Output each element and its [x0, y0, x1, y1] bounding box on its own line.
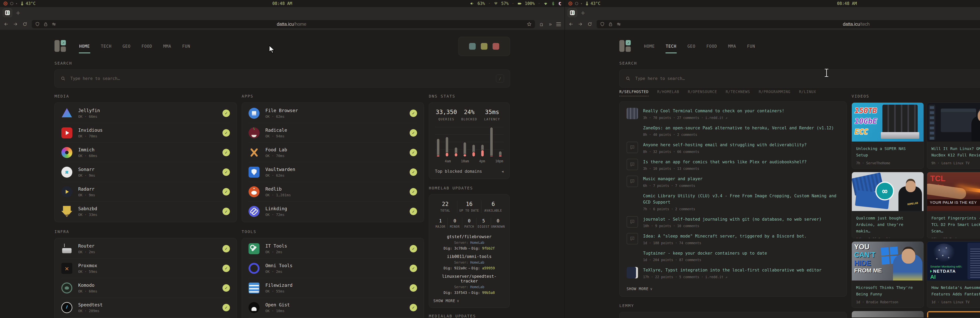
service-row-sonarr[interactable]: SonarrOK · 9ms — [61, 162, 230, 182]
feed-post[interactable]: Music manager and player6h · 7 points · … — [627, 173, 840, 190]
feed-post[interactable]: Really Cool Terminal Command to check on… — [627, 105, 840, 122]
service-row-sabnzbd[interactable]: SabnzbdOK · 33ms — [61, 201, 230, 221]
tab-fun[interactable]: FUN — [182, 42, 191, 51]
shield-icon[interactable] — [35, 22, 40, 27]
video-title[interactable]: How Netdata's Awesome AI Features Adds F… — [931, 284, 980, 297]
feed-post[interactable]: Anyone here self-hosting email and strug… — [627, 139, 840, 156]
post-title[interactable]: TeXlyre, Typst integration into the loca… — [643, 267, 840, 273]
browser-tab[interactable] — [3, 8, 12, 17]
service-row-foodlab[interactable]: Food LabOK · 70ms — [248, 143, 417, 162]
address-bar[interactable]: datta.icu/tech — [597, 20, 980, 28]
service-row-vaultwarden[interactable]: VaultwardenOK · 62ms — [248, 162, 417, 182]
post-title[interactable]: journalot - Self-hosted journaling with … — [643, 216, 840, 222]
browser-tab[interactable] — [568, 8, 577, 17]
video-card[interactable]: ∞ HOMELAB Qualcomm just bought Arduino, … — [852, 172, 924, 238]
tab-home[interactable]: HOME — [644, 42, 655, 51]
site-logo[interactable]: ↗ — [54, 40, 67, 53]
extensions-puzzle-icon[interactable] — [539, 22, 544, 27]
feed-post[interactable]: ZaneOps: an open-source PaaS alternative… — [627, 122, 840, 139]
forward-button[interactable] — [13, 22, 18, 27]
service-row-opengist[interactable]: Open GistOK · 10ms — [248, 298, 417, 317]
url-text[interactable]: datta.icu/home — [60, 22, 523, 27]
address-bar[interactable]: datta.icu/home — [32, 20, 535, 28]
tab-mma[interactable]: MMA — [163, 42, 172, 51]
shield-icon[interactable] — [600, 22, 605, 27]
video-title[interactable]: Qualcomm just bought Arduino, and they'r… — [856, 215, 919, 234]
video-card[interactable]: 150TB 10GbE ECC Unlocking a SUPER NAS Se… — [852, 102, 924, 169]
back-button[interactable] — [568, 22, 573, 27]
forward-button[interactable] — [578, 22, 583, 27]
video-card[interactable]: Will It Run Linux? GMKTec NucBox K12 Ful… — [927, 102, 980, 169]
reload-button[interactable] — [22, 22, 27, 27]
overflow-chevrons-icon[interactable]: » — [549, 21, 552, 27]
service-row-filewizard[interactable]: FilewizardOK · 55ms — [248, 278, 417, 298]
service-row-router[interactable]: RouterOK · 2ms — [61, 239, 230, 259]
post-title[interactable]: ZaneOps: an open-source PaaS alternative… — [643, 125, 840, 131]
lock-icon[interactable] — [608, 22, 613, 27]
top-blocked-domains-toggle[interactable]: Top blocked domains ◀ — [435, 169, 504, 174]
lock-icon[interactable] — [43, 22, 48, 27]
feed-post[interactable]: Tugtainer - keep your docker containers … — [627, 248, 840, 265]
service-row-filebrowser[interactable]: File BrowserOK · 62ms — [248, 104, 417, 123]
service-row-immich[interactable]: ImmichOK · 60ms — [61, 143, 230, 162]
tab-geo[interactable]: GEO — [122, 42, 131, 51]
video-title[interactable]: Microsoft Thinks They're Being Funny — [856, 284, 919, 297]
tab-tech[interactable]: TECH — [665, 42, 677, 51]
video-card[interactable]: YOU CAN'T HIDE FROM ME Microsoft Thinks … — [852, 241, 924, 308]
tab-food[interactable]: FOOD — [141, 42, 153, 51]
service-row-redlib[interactable]: RedlibOK · 1,281ms — [248, 182, 417, 201]
post-title[interactable]: Anyone here self-hosting email and strug… — [643, 142, 840, 148]
feed-show-more-button[interactable]: SHOW MORE∨ — [627, 281, 840, 292]
feed-post[interactable]: Is there an app for comics that works li… — [627, 156, 840, 173]
service-row-radarr[interactable]: RadarrOK · 9ms — [61, 182, 230, 201]
feed-tab-technews[interactable]: R/TECHNEWS — [726, 89, 750, 96]
video-title[interactable]: Unlocking a SUPER NAS Setup — [856, 145, 919, 158]
feed-tab-selfhosted[interactable]: R/SELFHOSTED — [619, 89, 649, 96]
url-text[interactable]: datta.icu/tech — [624, 22, 980, 27]
new-tab-button[interactable]: + — [581, 10, 585, 16]
tab-tech[interactable]: TECH — [100, 42, 112, 51]
tab-geo[interactable]: GEO — [687, 42, 696, 51]
service-row-komodo[interactable]: KomodoOK · 60ms — [61, 278, 230, 298]
homelab-show-more-button[interactable]: SHOW MORE∨ — [433, 299, 505, 303]
bookmark-star-icon[interactable] — [527, 22, 532, 27]
post-title[interactable]: Tugtainer - keep your docker containers … — [643, 250, 840, 257]
service-row-invidious[interactable]: InvidiousOK · 70ms — [61, 123, 230, 143]
video-card[interactable]: TCL D2 Pro YOUR PALM IS THE KEY Forget F… — [927, 172, 980, 238]
video-card-partial[interactable] — [852, 311, 924, 318]
feed-post[interactable]: journalot - Self-hosted journaling with … — [627, 214, 840, 231]
service-row-linkding[interactable]: LinkdingOK · 72ms — [248, 201, 417, 221]
site-logo[interactable]: ↗ — [619, 40, 632, 53]
reload-button[interactable] — [587, 22, 592, 27]
tab-fun[interactable]: FUN — [747, 42, 756, 51]
tab-mma[interactable]: MMA — [728, 42, 737, 51]
feed-post[interactable]: TeXlyre, Typst integration into the loca… — [627, 264, 840, 281]
feed-tab-homelab[interactable]: R/HOMELAB — [657, 89, 679, 96]
feed-tab-linux[interactable]: R/LINUX — [799, 89, 816, 96]
back-button[interactable] — [3, 22, 9, 27]
service-row-proxmox[interactable]: ProxmoxOK · 59ms — [61, 259, 230, 278]
feed-post[interactable]: Idea: A "sleep mode" Minecraft server, t… — [627, 230, 840, 248]
permissions-sliders-icon[interactable] — [616, 22, 621, 27]
feed-tab-programming[interactable]: R/PROGRAMMING — [759, 89, 791, 96]
new-tab-button[interactable]: + — [16, 10, 20, 16]
tab-food[interactable]: FOOD — [706, 42, 718, 51]
search-input[interactable] — [70, 76, 492, 81]
service-row-radicale[interactable]: RadicaleOK · 94ms — [248, 123, 417, 143]
post-title[interactable]: Idea: A "sleep mode" Minecraft server, t… — [643, 233, 840, 240]
tab-home[interactable]: HOME — [79, 42, 91, 51]
video-card-partial[interactable] — [927, 311, 980, 318]
service-row-omnitools[interactable]: Omni ToolsOK · 2ms — [248, 259, 417, 278]
video-title[interactable]: Will It Run Linux? GMKTec NucBox K12 Ful… — [931, 145, 980, 158]
feed-tab-opensource[interactable]: R/OPENSOURCE — [688, 89, 717, 96]
menu-button[interactable] — [556, 22, 561, 26]
video-title[interactable]: Forget Fingerprints - The TCL D2 Pro Sma… — [931, 215, 980, 234]
search-input[interactable] — [635, 76, 980, 81]
post-title[interactable]: Music manager and player — [643, 176, 840, 182]
service-row-speedtest[interactable]: SpeedtestOK · 289ms — [61, 298, 230, 317]
permissions-sliders-icon[interactable] — [51, 22, 56, 27]
post-title[interactable]: Comic Library Utility (CLU) v3.4 - Free … — [643, 193, 840, 206]
post-title[interactable]: Really Cool Terminal Command to check on… — [643, 108, 840, 114]
search-box[interactable]: / — [54, 69, 510, 88]
feed-post[interactable]: Comic Library Utility (CLU) v3.4 - Free … — [627, 190, 840, 214]
